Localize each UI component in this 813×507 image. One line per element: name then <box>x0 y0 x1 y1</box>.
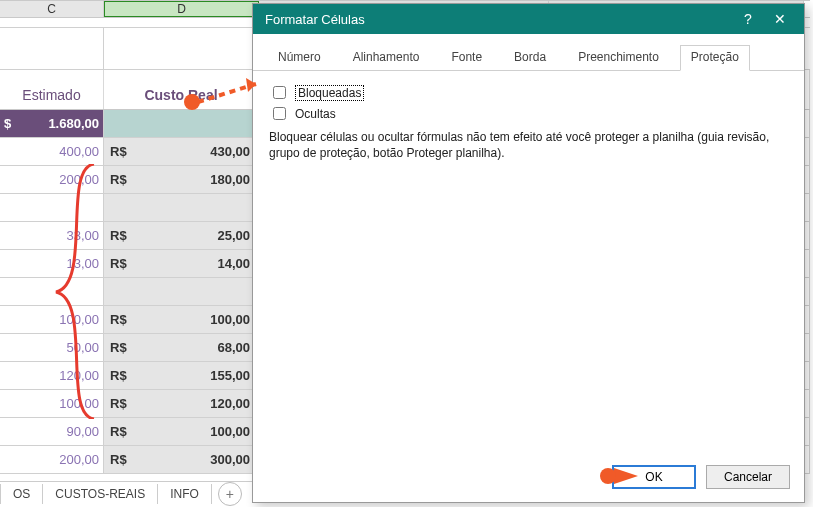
tab-preenchimento[interactable]: Preenchimento <box>567 45 670 71</box>
cell-custo-real: 14,00 <box>217 256 250 271</box>
help-button[interactable]: ? <box>732 4 764 34</box>
cell-estimado: 400,00 <box>59 144 99 159</box>
currency-label: R$ <box>110 452 127 467</box>
column-header-d[interactable]: D <box>104 1 259 17</box>
col-header-estimado: Estimado <box>0 70 104 109</box>
plus-icon: + <box>226 486 234 502</box>
cell-custo-real: 120,00 <box>210 396 250 411</box>
column-header-c[interactable]: C <box>0 1 104 17</box>
totals-estimado: 1.680,00 <box>48 116 99 131</box>
help-icon: ? <box>744 11 752 27</box>
dialog-title: Formatar Células <box>265 12 732 27</box>
tab-protecao[interactable]: Proteção <box>680 45 750 71</box>
protection-note: Bloquear células ou ocultar fórmulas não… <box>269 129 784 161</box>
currency-label: $ <box>4 116 11 131</box>
cell-custo-real: 300,00 <box>210 452 250 467</box>
checkbox-ocultas[interactable] <box>273 107 286 120</box>
checkbox-row-bloqueadas: Bloqueadas <box>269 83 788 102</box>
cell-estimado: 120,00 <box>59 368 99 383</box>
currency-label: R$ <box>110 228 127 243</box>
sheet-tab-info[interactable]: INFO <box>158 484 212 504</box>
currency-label: R$ <box>110 368 127 383</box>
checkbox-bloqueadas[interactable] <box>273 86 286 99</box>
dialog-titlebar[interactable]: Formatar Células ? ✕ <box>253 4 804 34</box>
cell-estimado: 33,00 <box>66 228 99 243</box>
sheet-tab-custos-reais[interactable]: CUSTOS-REAIS <box>43 484 158 504</box>
currency-label: R$ <box>110 172 127 187</box>
sheet-tab-os[interactable]: OS <box>0 484 43 504</box>
currency-label: R$ <box>110 340 127 355</box>
checkbox-label-ocultas[interactable]: Ocultas <box>295 107 336 121</box>
cell-custo-real: 100,00 <box>210 312 250 327</box>
cell-custo-real: 25,00 <box>217 228 250 243</box>
currency-label: R$ <box>110 144 127 159</box>
cell-estimado: 100,00 <box>59 396 99 411</box>
format-cells-dialog: Formatar Células ? ✕ Número Alinhamento … <box>252 3 805 503</box>
dialog-tabs: Número Alinhamento Fonte Borda Preenchim… <box>253 34 804 71</box>
checkbox-label-bloqueadas[interactable]: Bloqueadas <box>295 85 364 101</box>
cell-estimado: 90,00 <box>66 424 99 439</box>
currency-label: R$ <box>110 424 127 439</box>
cell-estimado: 100,00 <box>59 312 99 327</box>
close-button[interactable]: ✕ <box>764 4 796 34</box>
cell-custo-real: 430,00 <box>210 144 250 159</box>
cell-custo-real: 100,00 <box>210 424 250 439</box>
cancel-button[interactable]: Cancelar <box>706 465 790 489</box>
checkbox-row-ocultas: Ocultas <box>269 104 788 123</box>
cell-estimado: 200,00 <box>59 452 99 467</box>
tab-fonte[interactable]: Fonte <box>440 45 493 71</box>
sheet-tab-strip: OS CUSTOS-REAIS INFO + <box>0 481 270 505</box>
add-sheet-button[interactable]: + <box>218 482 242 506</box>
currency-label: R$ <box>110 256 127 271</box>
close-icon: ✕ <box>774 11 786 27</box>
tab-numero[interactable]: Número <box>267 45 332 71</box>
col-header-custo-real: Custo Real <box>104 70 259 109</box>
ok-button[interactable]: OK <box>612 465 696 489</box>
cell-estimado: 50,00 <box>66 340 99 355</box>
cell-custo-real: 180,00 <box>210 172 250 187</box>
tab-alinhamento[interactable]: Alinhamento <box>342 45 431 71</box>
cell-custo-real: 68,00 <box>217 340 250 355</box>
currency-label: R$ <box>110 312 127 327</box>
currency-label: R$ <box>110 396 127 411</box>
cell-estimado: 13,00 <box>66 256 99 271</box>
cell-estimado: 200,00 <box>59 172 99 187</box>
tab-borda[interactable]: Borda <box>503 45 557 71</box>
cell-custo-real: 155,00 <box>210 368 250 383</box>
